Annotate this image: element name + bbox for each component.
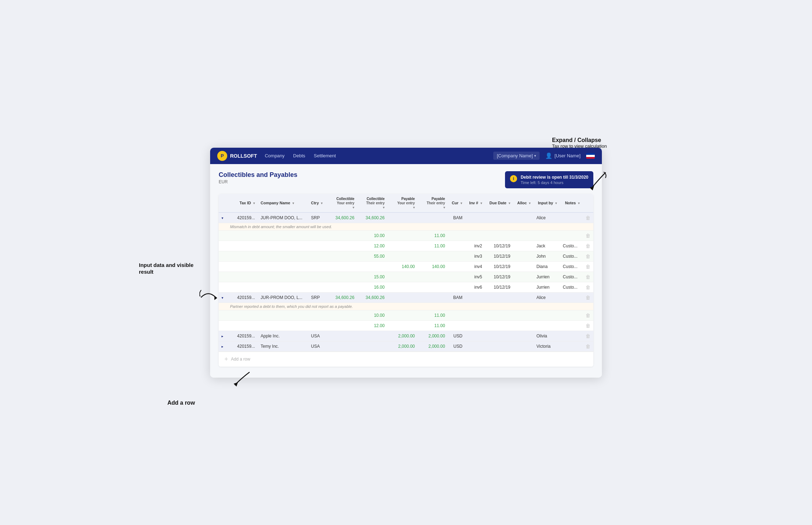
table-header-row: Tax ID ▾ Company Name ▾ Ctry ▾ (219, 194, 593, 212)
th-cur[interactable]: Cur ▾ (448, 194, 465, 212)
cell-coll-your (327, 310, 357, 320)
cell-company (258, 230, 308, 241)
th-duedate[interactable]: Due Date ▾ (485, 194, 513, 212)
cell-alloc (513, 241, 533, 251)
cell-inv: inv4 (465, 261, 485, 272)
cell-cur (448, 310, 465, 320)
cell-inputby: Alice (533, 292, 560, 303)
nav-debts[interactable]: Debts (292, 152, 306, 160)
nav-company-selector[interactable]: [Company Name] ▾ (493, 152, 540, 160)
cell-pay-your: 140.00 (387, 261, 418, 272)
th-coll-their[interactable]: Collectible Their entry ▾ (357, 194, 387, 212)
th-pay-your[interactable]: Payable Your entry ▾ (387, 194, 418, 212)
delete-btn[interactable]: 🗑 (585, 323, 590, 329)
th-ctry[interactable]: Ctry ▾ (308, 194, 327, 212)
table-row-detail: 140.00 140.00 inv4 10/12/19 Diana Custo.… (219, 261, 593, 272)
cell-alloc (513, 230, 533, 241)
cell-pay-your (387, 282, 418, 292)
th-coll-your[interactable]: Collectible Your entry ▾ (327, 194, 357, 212)
add-row-button[interactable]: + Add a row (219, 352, 593, 367)
delete-btn[interactable]: 🗑 (585, 274, 590, 280)
cell-pay-their: 11.00 (418, 241, 448, 251)
cell-pay-their: 11.00 (418, 310, 448, 320)
alert-title: Debit review is open till 31/3/2020 (521, 175, 588, 180)
cell-coll-their: 34,600.26 (357, 212, 387, 223)
expand-btn[interactable]: ▸ (222, 334, 223, 338)
arrow-left-icon (199, 287, 221, 308)
table-row[interactable]: ▾ 420159... JUR-PROM DOO, L... SRP 34,60… (219, 212, 593, 223)
nav-company[interactable]: Company (264, 152, 285, 160)
cell-taxid (228, 310, 258, 320)
cell-inv (465, 320, 485, 331)
sort-icon-pay-their: ▾ (443, 206, 445, 209)
sort-icon-pay-your: ▾ (413, 206, 415, 209)
user-icon: 👤 (545, 152, 552, 159)
cell-coll-their: 34,600.26 (357, 292, 387, 303)
cell-notes (560, 292, 583, 303)
delete-btn[interactable]: 🗑 (585, 295, 590, 300)
cell-inv: inv5 (465, 272, 485, 282)
th-notes[interactable]: Notes ▾ (560, 194, 583, 212)
message-cell: Mismatch in debt amount; the smaller amo… (219, 223, 593, 230)
delete-btn[interactable]: 🗑 (585, 264, 590, 269)
cell-duedate: 10/12/19 (485, 261, 513, 272)
cell-coll-their: 15.00 (357, 272, 387, 282)
th-expand (219, 194, 228, 212)
sort-icon-coll-your: ▾ (353, 206, 354, 209)
table-row[interactable]: ▸ 420159... Temy Inc. USA 2,000.00 2,000… (219, 341, 593, 351)
delete-btn[interactable]: 🗑 (585, 284, 590, 290)
cell-inputby: Alice (533, 212, 560, 223)
delete-btn[interactable]: 🗑 (585, 253, 590, 259)
cell-pay-their (418, 272, 448, 282)
th-del (583, 194, 593, 212)
cell-company (258, 251, 308, 261)
annotation-add-row: Add a row (167, 400, 224, 406)
th-company[interactable]: Company Name ▾ (258, 194, 308, 212)
delete-btn[interactable]: 🗑 (585, 343, 590, 349)
cell-company (258, 261, 308, 272)
th-pay-their[interactable]: Payable Their entry ▾ (418, 194, 448, 212)
table-row-detail: 16.00 inv6 10/12/19 Jurrien Custo... 🗑 (219, 282, 593, 292)
delete-btn[interactable]: 🗑 (585, 243, 590, 249)
expand-btn[interactable]: ▾ (222, 296, 223, 300)
cell-pay-your: 2,000.00 (387, 341, 418, 351)
cell-ctry (308, 241, 327, 251)
cell-ctry (308, 310, 327, 320)
cell-expand-spacer (219, 251, 228, 261)
cell-duedate (485, 310, 513, 320)
nav-settlement[interactable]: Settlement (313, 152, 337, 160)
delete-btn[interactable]: 🗑 (585, 333, 590, 339)
expand-btn[interactable]: ▾ (222, 216, 223, 220)
cell-notes: Custo... (560, 241, 583, 251)
delete-btn[interactable]: 🗑 (585, 313, 590, 318)
expand-btn[interactable]: ▸ (222, 345, 223, 348)
th-taxid[interactable]: Tax ID ▾ (228, 194, 258, 212)
cell-company (258, 241, 308, 251)
sort-icon-company: ▾ (292, 201, 294, 205)
cell-ctry: SRP (308, 292, 327, 303)
cell-inputby: Olivia (533, 331, 560, 341)
sort-icon-alloc: ▾ (529, 201, 531, 205)
th-pay-their-content: Payable Their entry (421, 197, 445, 205)
table-row[interactable]: ▾ 420159... JUR-PROM DOO, L... SRP 34,60… (219, 292, 593, 303)
th-inv[interactable]: Inv # ▾ (465, 194, 485, 212)
table-row-message: Partner reported a debt to them, which y… (219, 303, 593, 310)
flag-icon[interactable] (586, 153, 595, 159)
table-container: Tax ID ▾ Company Name ▾ Ctry ▾ (219, 194, 593, 367)
cell-expand-spacer (219, 320, 228, 331)
nav-right: [Company Name] ▾ 👤 [User Name] (493, 152, 595, 160)
company-name-label: [Company Name] (497, 153, 533, 158)
nav-user[interactable]: 👤 [User Name] (545, 152, 581, 159)
th-inputby[interactable]: Input by ▾ (533, 194, 560, 212)
delete-btn[interactable]: 🗑 (585, 215, 590, 221)
cell-taxid (228, 272, 258, 282)
cell-pay-their: 11.00 (418, 320, 448, 331)
table-row[interactable]: ▸ 420159... Apple Inc. USA 2,000.00 2,00… (219, 331, 593, 341)
delete-btn[interactable]: 🗑 (585, 233, 590, 238)
cell-cur (448, 230, 465, 241)
cell-coll-their (357, 331, 387, 341)
alert-icon: i (510, 175, 517, 182)
th-alloc[interactable]: Alloc ▾ (513, 194, 533, 212)
cell-notes (560, 331, 583, 341)
cell-inputby: Jurrien (533, 272, 560, 282)
